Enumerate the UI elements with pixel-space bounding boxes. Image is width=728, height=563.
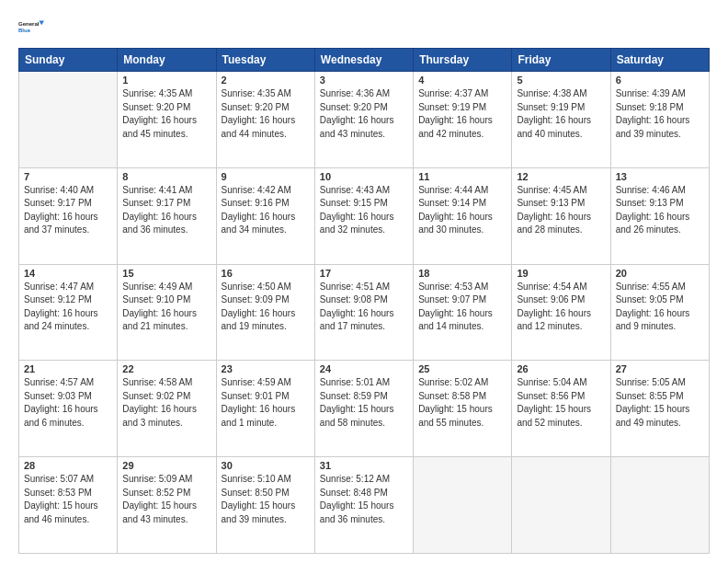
day-number: 1: [122, 75, 210, 86]
day-info: Sunrise: 5:09 AMSunset: 8:52 PMDaylight:…: [122, 473, 210, 526]
day-number: 28: [24, 460, 112, 471]
day-info: Sunrise: 4:58 AMSunset: 9:02 PMDaylight:…: [122, 376, 210, 430]
calendar-cell: 9Sunrise: 4:42 AMSunset: 9:16 PMDaylight…: [216, 167, 314, 264]
day-number: 20: [616, 268, 704, 279]
svg-text:Blue: Blue: [18, 28, 31, 33]
calendar-cell: 30Sunrise: 5:10 AMSunset: 8:50 PMDayligh…: [216, 457, 314, 554]
day-number: 16: [222, 268, 310, 279]
calendar-cell: [19, 72, 118, 168]
week-row-1: 1Sunrise: 4:35 AMSunset: 9:20 PMDaylight…: [19, 72, 710, 168]
calendar-cell: 12Sunrise: 4:45 AMSunset: 9:13 PMDayligh…: [512, 167, 610, 264]
day-info: Sunrise: 4:53 AMSunset: 9:07 PMDaylight:…: [418, 281, 506, 334]
weekday-header-friday: Friday: [512, 49, 610, 72]
day-info: Sunrise: 4:44 AMSunset: 9:14 PMDaylight:…: [418, 184, 506, 237]
day-info: Sunrise: 4:41 AMSunset: 9:17 PMDaylight:…: [122, 184, 210, 237]
calendar-cell: 5Sunrise: 4:38 AMSunset: 9:19 PMDaylight…: [512, 72, 610, 168]
calendar-cell: 4Sunrise: 4:37 AMSunset: 9:19 PMDaylight…: [414, 72, 512, 168]
day-info: Sunrise: 4:51 AMSunset: 9:08 PMDaylight:…: [320, 281, 408, 334]
calendar-cell: 8Sunrise: 4:41 AMSunset: 9:17 PMDaylight…: [118, 167, 216, 264]
page: GeneralBlue SundayMondayTuesdayWednesday…: [0, 0, 728, 563]
calendar-cell: 3Sunrise: 4:36 AMSunset: 9:20 PMDaylight…: [314, 72, 413, 168]
calendar-table: SundayMondayTuesdayWednesdayThursdayFrid…: [18, 48, 710, 554]
calendar-cell: 29Sunrise: 5:09 AMSunset: 8:52 PMDayligh…: [118, 457, 216, 554]
day-number: 24: [320, 363, 408, 374]
day-number: 15: [122, 268, 210, 279]
calendar-cell: [414, 457, 512, 554]
day-number: 29: [122, 460, 210, 471]
calendar-cell: 15Sunrise: 4:49 AMSunset: 9:10 PMDayligh…: [118, 264, 216, 361]
day-info: Sunrise: 4:38 AMSunset: 9:19 PMDaylight:…: [517, 87, 605, 141]
calendar-cell: 1Sunrise: 4:35 AMSunset: 9:20 PMDaylight…: [118, 72, 216, 168]
calendar-cell: 18Sunrise: 4:53 AMSunset: 9:07 PMDayligh…: [414, 264, 512, 361]
day-info: Sunrise: 5:12 AMSunset: 8:48 PMDaylight:…: [320, 473, 408, 526]
day-number: 30: [222, 460, 310, 471]
day-number: 12: [517, 171, 605, 182]
weekday-header-sunday: Sunday: [19, 49, 118, 72]
day-number: 27: [616, 363, 704, 374]
day-info: Sunrise: 4:43 AMSunset: 9:15 PMDaylight:…: [320, 184, 408, 237]
day-number: 7: [24, 171, 112, 182]
day-info: Sunrise: 4:46 AMSunset: 9:13 PMDaylight:…: [616, 184, 704, 237]
day-number: 22: [122, 363, 210, 374]
day-number: 3: [320, 75, 408, 86]
weekday-header-tuesday: Tuesday: [216, 49, 314, 72]
weekday-header-wednesday: Wednesday: [314, 49, 413, 72]
day-number: 5: [517, 75, 605, 86]
day-number: 21: [24, 363, 112, 374]
week-row-4: 21Sunrise: 4:57 AMSunset: 9:03 PMDayligh…: [19, 361, 710, 457]
calendar-cell: 19Sunrise: 4:54 AMSunset: 9:06 PMDayligh…: [512, 264, 610, 361]
day-number: 25: [418, 363, 506, 374]
day-info: Sunrise: 4:50 AMSunset: 9:09 PMDaylight:…: [222, 281, 310, 334]
logo: GeneralBlue: [18, 15, 44, 40]
calendar-cell: 14Sunrise: 4:47 AMSunset: 9:12 PMDayligh…: [19, 264, 118, 361]
calendar-cell: [512, 457, 610, 554]
day-number: 13: [616, 171, 704, 182]
calendar-cell: 13Sunrise: 4:46 AMSunset: 9:13 PMDayligh…: [610, 167, 709, 264]
calendar-cell: 22Sunrise: 4:58 AMSunset: 9:02 PMDayligh…: [118, 361, 216, 457]
weekday-header-thursday: Thursday: [414, 49, 512, 72]
day-info: Sunrise: 4:35 AMSunset: 9:20 PMDaylight:…: [122, 87, 210, 141]
day-info: Sunrise: 4:40 AMSunset: 9:17 PMDaylight:…: [24, 184, 112, 237]
day-info: Sunrise: 4:35 AMSunset: 9:20 PMDaylight:…: [222, 87, 310, 141]
calendar-cell: 25Sunrise: 5:02 AMSunset: 8:58 PMDayligh…: [414, 361, 512, 457]
weekday-header-saturday: Saturday: [610, 49, 709, 72]
calendar-cell: 7Sunrise: 4:40 AMSunset: 9:17 PMDaylight…: [19, 167, 118, 264]
week-row-5: 28Sunrise: 5:07 AMSunset: 8:53 PMDayligh…: [19, 457, 710, 554]
day-number: 17: [320, 268, 408, 279]
day-info: Sunrise: 4:57 AMSunset: 9:03 PMDaylight:…: [24, 376, 112, 430]
day-info: Sunrise: 4:59 AMSunset: 9:01 PMDaylight:…: [222, 376, 310, 430]
day-info: Sunrise: 5:01 AMSunset: 8:59 PMDaylight:…: [320, 376, 408, 430]
day-info: Sunrise: 5:10 AMSunset: 8:50 PMDaylight:…: [222, 473, 310, 526]
svg-marker-2: [39, 21, 44, 26]
day-info: Sunrise: 5:07 AMSunset: 8:53 PMDaylight:…: [24, 473, 112, 526]
calendar-cell: 27Sunrise: 5:05 AMSunset: 8:55 PMDayligh…: [610, 361, 709, 457]
day-info: Sunrise: 5:05 AMSunset: 8:55 PMDaylight:…: [616, 376, 704, 430]
week-row-2: 7Sunrise: 4:40 AMSunset: 9:17 PMDaylight…: [19, 167, 710, 264]
day-number: 14: [24, 268, 112, 279]
calendar-cell: 26Sunrise: 5:04 AMSunset: 8:56 PMDayligh…: [512, 361, 610, 457]
calendar-cell: 20Sunrise: 4:55 AMSunset: 9:05 PMDayligh…: [610, 264, 709, 361]
calendar-cell: 21Sunrise: 4:57 AMSunset: 9:03 PMDayligh…: [19, 361, 118, 457]
calendar-cell: 23Sunrise: 4:59 AMSunset: 9:01 PMDayligh…: [216, 361, 314, 457]
day-info: Sunrise: 4:36 AMSunset: 9:20 PMDaylight:…: [320, 87, 408, 141]
calendar-cell: 10Sunrise: 4:43 AMSunset: 9:15 PMDayligh…: [314, 167, 413, 264]
calendar-cell: [610, 457, 709, 554]
day-number: 4: [418, 75, 506, 86]
day-info: Sunrise: 4:37 AMSunset: 9:19 PMDaylight:…: [418, 87, 506, 141]
calendar-cell: 11Sunrise: 4:44 AMSunset: 9:14 PMDayligh…: [414, 167, 512, 264]
calendar-cell: 31Sunrise: 5:12 AMSunset: 8:48 PMDayligh…: [314, 457, 413, 554]
day-number: 23: [222, 363, 310, 374]
calendar-cell: 16Sunrise: 4:50 AMSunset: 9:09 PMDayligh…: [216, 264, 314, 361]
calendar-cell: 6Sunrise: 4:39 AMSunset: 9:18 PMDaylight…: [610, 72, 709, 168]
calendar-cell: 17Sunrise: 4:51 AMSunset: 9:08 PMDayligh…: [314, 264, 413, 361]
day-number: 18: [418, 268, 506, 279]
day-info: Sunrise: 4:54 AMSunset: 9:06 PMDaylight:…: [517, 281, 605, 334]
day-info: Sunrise: 4:42 AMSunset: 9:16 PMDaylight:…: [222, 184, 310, 237]
day-number: 11: [418, 171, 506, 182]
calendar-cell: 24Sunrise: 5:01 AMSunset: 8:59 PMDayligh…: [314, 361, 413, 457]
day-number: 31: [320, 460, 408, 471]
svg-text:General: General: [18, 21, 40, 27]
day-info: Sunrise: 4:45 AMSunset: 9:13 PMDaylight:…: [517, 184, 605, 237]
day-number: 26: [517, 363, 605, 374]
day-info: Sunrise: 4:39 AMSunset: 9:18 PMDaylight:…: [616, 87, 704, 141]
